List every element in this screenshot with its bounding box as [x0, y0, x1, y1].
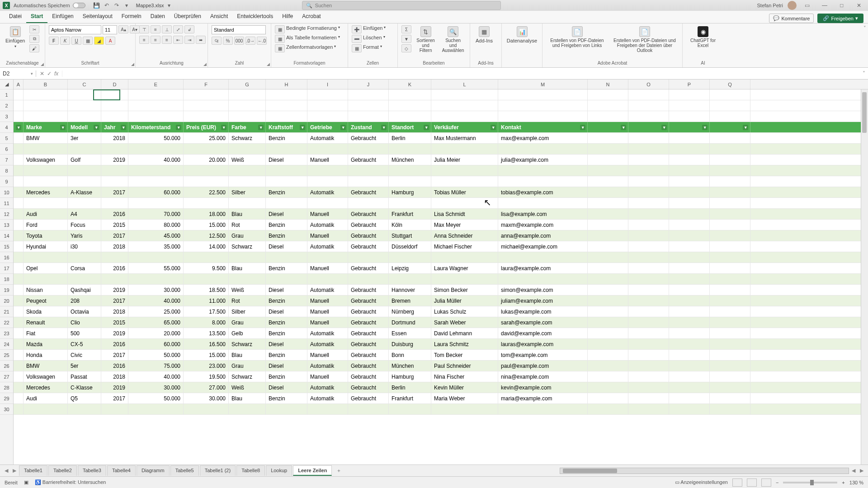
cell[interactable]: 2017 [101, 350, 128, 360]
cell[interactable]: Gebraucht [348, 209, 389, 219]
cell[interactable] [128, 404, 184, 414]
cell[interactable] [710, 165, 750, 176]
undo-icon[interactable]: ↶ [102, 1, 112, 10]
zoom-level[interactable]: 130 % [849, 480, 863, 485]
cell[interactable] [266, 198, 307, 208]
table-row[interactable]: Fiat500201920.00013.500GelbBenzinAutomat… [14, 328, 868, 339]
row-header-28[interactable]: 28 [0, 382, 13, 393]
table-row[interactable]: SkodaOctavia201825.00017.500SilberDiesel… [14, 306, 868, 317]
cell[interactable]: Laura Wagner [431, 263, 498, 273]
cell[interactable]: Fiat [24, 328, 68, 338]
cell[interactable] [669, 144, 710, 154]
cell[interactable]: 15.000 [184, 220, 229, 230]
cell[interactable] [710, 382, 750, 393]
cell[interactable]: Gebraucht [348, 285, 389, 295]
cell[interactable] [498, 198, 588, 208]
cell[interactable] [266, 274, 307, 284]
table-row[interactable]: Peugeot208201740.00011.000RotBenzinManue… [14, 296, 868, 306]
cell[interactable]: München [389, 155, 431, 165]
acrobat-share-link-button[interactable]: 📄 Erstellen von PDF-Dateien und Freigebe… [546, 25, 608, 49]
macro-record-icon[interactable]: ▣ [24, 479, 28, 485]
cell[interactable] [669, 285, 710, 295]
cell[interactable] [14, 328, 24, 338]
row-header-11[interactable]: 11 [0, 198, 13, 209]
cell[interactable] [628, 111, 669, 122]
row-header-2[interactable]: 2 [0, 100, 13, 111]
column-header-cell[interactable]: Preis (EUR) [184, 122, 229, 132]
col-header-F[interactable]: F [184, 80, 229, 89]
col-header-P[interactable]: P [669, 80, 710, 89]
cell[interactable] [628, 165, 669, 176]
cell[interactable] [14, 122, 24, 132]
table-row[interactable]: RenaultClio201565.0008.000GrauBenzinManu… [14, 317, 868, 328]
cell[interactable] [431, 89, 498, 100]
share-button[interactable]: 🔗 Freigeben ▾ [817, 14, 863, 23]
cell[interactable] [14, 111, 24, 122]
cell[interactable] [710, 89, 750, 100]
cell[interactable] [431, 111, 498, 122]
column-header-cell[interactable]: Kontakt [498, 122, 588, 132]
cell[interactable]: michael@example.com [498, 241, 588, 252]
cell[interactable]: Hamburg [389, 187, 431, 197]
table-row[interactable]: VolkswagenGolf201940.00020.000WeißDiesel… [14, 155, 868, 165]
cell[interactable]: 19.500 [184, 371, 229, 382]
cell[interactable] [128, 274, 184, 284]
table-row[interactable]: ToyotaYaris201745.00012.500GrauBenzinMan… [14, 230, 868, 241]
decrease-indent-icon[interactable]: ⇤ [173, 36, 183, 44]
cell[interactable] [389, 404, 431, 414]
bold-icon[interactable]: F [49, 37, 59, 45]
cell[interactable]: Rot [229, 296, 266, 306]
column-header-cell[interactable]: Marke [24, 122, 68, 132]
cell[interactable]: Corsa [68, 263, 101, 273]
cell[interactable]: 50.000 [128, 350, 184, 360]
cell[interactable]: Düsseldorf [389, 241, 431, 252]
cell[interactable] [431, 176, 498, 187]
cell[interactable]: Gebraucht [348, 263, 389, 273]
cell[interactable] [669, 122, 710, 132]
cell[interactable]: maxm@example.com [498, 220, 588, 230]
cell[interactable]: Automatik [307, 220, 348, 230]
cell[interactable]: 40.000 [128, 296, 184, 306]
cell[interactable]: Golf [68, 155, 101, 165]
cell[interactable] [588, 241, 628, 252]
cell[interactable] [628, 89, 669, 100]
cell[interactable]: Gebraucht [348, 393, 389, 404]
cell[interactable]: Weiß [229, 285, 266, 295]
cell[interactable]: Blau [229, 209, 266, 219]
align-middle-icon[interactable]: ≡ [151, 25, 160, 33]
table-row[interactable] [14, 404, 868, 415]
table-row[interactable]: BMW5er201675.00023.000GrauDieselAutomati… [14, 361, 868, 371]
cell[interactable]: tobias@example.com [498, 187, 588, 197]
cell[interactable] [669, 165, 710, 176]
cell[interactable] [24, 144, 68, 154]
dialog-launcher-icon[interactable]: ◢ [267, 62, 270, 66]
merge-icon[interactable]: ⬌ [196, 36, 206, 44]
column-header-cell[interactable]: Kilometerstand [128, 122, 184, 132]
cell[interactable]: 18.500 [184, 285, 229, 295]
cell[interactable] [229, 176, 266, 187]
cell[interactable] [710, 306, 750, 317]
normal-view-icon[interactable] [732, 479, 742, 487]
cell[interactable] [628, 220, 669, 230]
cell[interactable] [669, 296, 710, 306]
cell[interactable] [184, 89, 229, 100]
cell[interactable]: 60.000 [128, 187, 184, 197]
cell[interactable]: Frankfurt [389, 209, 431, 219]
cell[interactable] [184, 111, 229, 122]
col-header-O[interactable]: O [628, 80, 669, 89]
autosum-icon[interactable]: Σ [401, 25, 411, 33]
cell[interactable]: Diesel [266, 306, 307, 317]
delete-cells-button[interactable]: ➖Löschen▾ [352, 35, 385, 43]
cell[interactable] [588, 274, 628, 284]
align-center-icon[interactable]: ≡ [151, 36, 160, 44]
cell[interactable] [389, 165, 431, 176]
cell[interactable] [128, 144, 184, 154]
cell[interactable] [588, 263, 628, 273]
cell[interactable] [389, 89, 431, 100]
cell[interactable] [348, 252, 389, 263]
cell[interactable] [14, 133, 24, 143]
cell[interactable]: Benzin [266, 317, 307, 328]
cell[interactable] [24, 165, 68, 176]
name-box[interactable]: D2 ▾ [0, 70, 36, 77]
cell[interactable]: Manuell [307, 263, 348, 273]
